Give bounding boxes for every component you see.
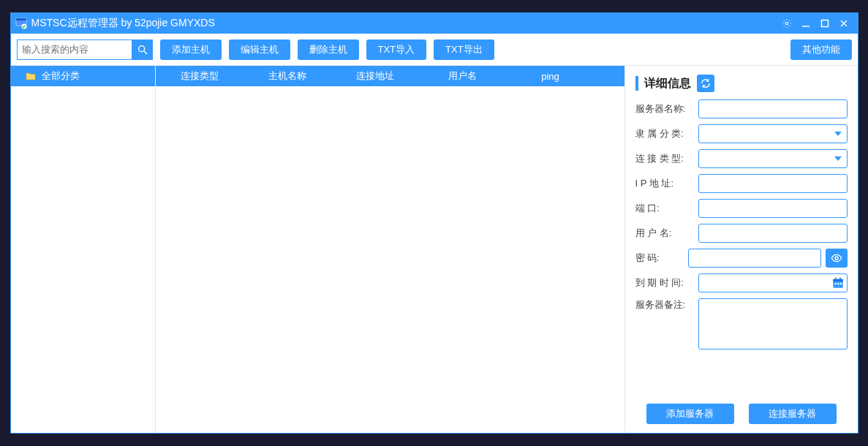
refresh-button[interactable] (697, 75, 714, 92)
memo-textarea[interactable] (698, 298, 848, 349)
search-box (17, 39, 153, 60)
add-server-button[interactable]: 添加服务器 (646, 404, 734, 424)
col-user[interactable]: 用户名 (419, 69, 507, 83)
delete-host-button[interactable]: 删除主机 (298, 39, 359, 60)
svg-line-9 (144, 51, 147, 54)
label-connect-type: 连 接 类 型: (635, 152, 698, 165)
col-ping[interactable]: ping (507, 71, 595, 82)
svg-rect-16 (837, 283, 839, 284)
close-icon[interactable] (834, 13, 853, 34)
label-ip: I P 地 址: (635, 177, 698, 190)
txt-export-button[interactable]: TXT导出 (434, 39, 494, 60)
maximize-icon[interactable] (815, 13, 834, 34)
port-input[interactable] (698, 199, 848, 218)
toolbar: 添加主机 编辑主机 删除主机 TXT导入 TXT导出 其他功能 (11, 34, 858, 66)
label-expire: 到 期 时 间: (635, 276, 698, 290)
minimize-icon[interactable] (796, 13, 815, 34)
svg-point-10 (835, 257, 838, 260)
svg-rect-12 (833, 279, 843, 281)
titlebar: MSTSC远程管理器 by 52pojie GMYXDS (11, 13, 858, 34)
sidebar: 全部分类 (11, 66, 156, 433)
show-password-button[interactable] (826, 249, 848, 268)
col-connect-addr[interactable]: 连接地址 (331, 69, 419, 83)
edit-host-button[interactable]: 编辑主机 (229, 39, 290, 60)
main-area: 连接类型 主机名称 连接地址 用户名 ping (156, 66, 625, 433)
label-password: 密 码: (635, 252, 688, 265)
col-connect-type[interactable]: 连接类型 (156, 69, 244, 83)
detail-footer: 添加服务器 连接服务器 (635, 396, 848, 424)
txt-import-button[interactable]: TXT导入 (366, 39, 427, 60)
sidebar-item-all[interactable]: 全部分类 (11, 66, 155, 86)
svg-rect-1 (16, 18, 26, 20)
search-input[interactable] (17, 39, 132, 60)
svg-rect-15 (834, 283, 836, 284)
accent-bar (635, 76, 638, 91)
other-functions-button[interactable]: 其他功能 (790, 39, 852, 60)
calendar-icon[interactable] (831, 276, 845, 290)
connect-server-button[interactable]: 连接服务器 (749, 404, 837, 424)
window-title: MSTSC远程管理器 by 52pojie GMYXDS (31, 17, 215, 30)
user-input[interactable] (698, 224, 848, 243)
col-host-name[interactable]: 主机名称 (244, 69, 331, 83)
svg-point-8 (138, 45, 144, 51)
detail-panel: 详细信息 服务器名称: 隶 属 分 类: 连 接 类 型: I P 地 址: (625, 66, 858, 433)
label-user: 用 户 名: (635, 227, 698, 240)
svg-point-3 (785, 22, 788, 25)
add-host-button[interactable]: 添加主机 (160, 39, 222, 60)
table-header: 连接类型 主机名称 连接地址 用户名 ping (156, 66, 624, 86)
folder-icon (26, 72, 36, 80)
expire-input[interactable] (698, 273, 848, 292)
svg-rect-14 (839, 278, 841, 280)
app-icon (15, 18, 27, 29)
ip-input[interactable] (698, 174, 848, 193)
password-input[interactable] (688, 249, 821, 268)
connect-type-select[interactable] (698, 149, 848, 168)
search-button[interactable] (132, 39, 153, 60)
label-memo: 服务器备注: (635, 298, 698, 311)
svg-rect-13 (835, 278, 837, 280)
app-window: MSTSC远程管理器 by 52pojie GMYXDS 添加主机 编辑主机 删… (10, 12, 858, 434)
detail-header: 详细信息 (635, 75, 848, 92)
body: 全部分类 连接类型 主机名称 连接地址 用户名 ping 详细信息 (11, 66, 858, 433)
svg-rect-5 (821, 20, 828, 27)
table-body (156, 86, 624, 433)
label-server-name: 服务器名称: (635, 102, 698, 116)
sidebar-item-label: 全部分类 (42, 69, 80, 83)
server-name-input[interactable] (698, 99, 848, 118)
category-select[interactable] (698, 124, 848, 143)
svg-rect-17 (840, 283, 842, 284)
label-category: 隶 属 分 类: (635, 127, 698, 140)
detail-title: 详细信息 (644, 76, 691, 91)
label-port: 端 口: (635, 202, 698, 215)
settings-icon[interactable] (777, 13, 796, 34)
